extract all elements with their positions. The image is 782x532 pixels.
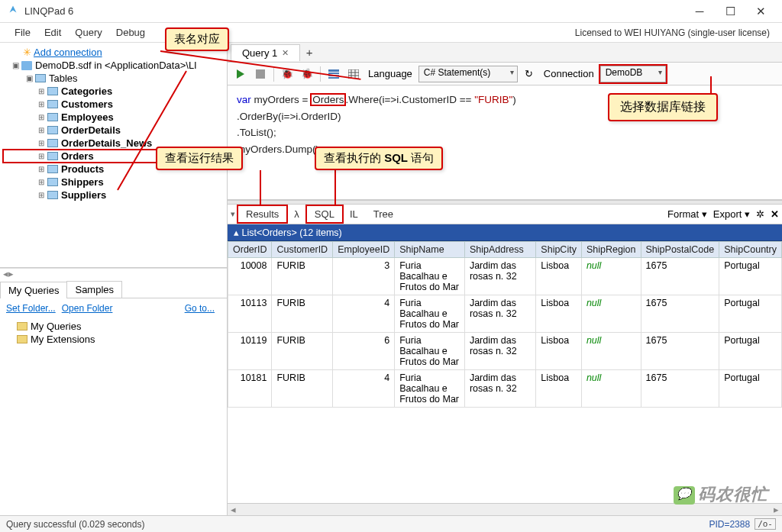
- col-shipcity[interactable]: ShipCity: [536, 242, 582, 258]
- table-row[interactable]: 10181FURIB4Furia Bacalhau e Frutos do Ma…: [228, 370, 782, 408]
- string-literal: "FURIB": [474, 94, 512, 105]
- tree-scrollbar[interactable]: ◂▸: [0, 268, 227, 279]
- debug-bug2-icon[interactable]: 🐞: [299, 66, 315, 82]
- left-pane: Add connection ▣DemoDB.sdf in <Applicati…: [0, 43, 228, 515]
- col-shipcountry[interactable]: ShipCountry: [719, 242, 782, 258]
- language-dropdown[interactable]: C# Statement(s): [418, 66, 518, 82]
- menu-edit[interactable]: Edit: [37, 25, 68, 40]
- query-folder-tree[interactable]: My Queries My Extensions: [0, 318, 227, 347]
- tab-samples[interactable]: Samples: [66, 281, 122, 298]
- add-connection-link[interactable]: Add connection: [12, 47, 102, 58]
- result-area[interactable]: List<Orders> (12 items) OrderIDCustomerI…: [228, 224, 782, 503]
- set-folder-link[interactable]: Set Folder...: [6, 303, 56, 314]
- tab-label: Query 1: [242, 47, 277, 59]
- cell-shippostalcode: 1675: [641, 333, 719, 370]
- document-tabstrip: Query 1✕ +: [228, 43, 782, 63]
- export-dropdown[interactable]: Export ▾: [713, 208, 750, 220]
- cell-orderid: 10181: [228, 370, 272, 408]
- col-employeeid[interactable]: EmployeeID: [333, 242, 395, 258]
- folder-icon: [17, 322, 27, 330]
- code-text: ): [512, 94, 516, 105]
- database-icon: [21, 61, 32, 70]
- statusbar: Query successful (0.029 seconds) PID=238…: [0, 515, 782, 532]
- toolbar: 🐞 🐞 Language C# Statement(s) ↻ Connectio…: [228, 63, 782, 85]
- col-shipregion[interactable]: ShipRegion: [581, 242, 641, 258]
- cell-shipregion: null: [581, 333, 641, 370]
- cell-shipcity: Lisboa: [536, 295, 582, 333]
- refresh-connection-icon[interactable]: ↻: [521, 66, 538, 82]
- status-optimize-toggle[interactable]: /o-: [755, 518, 776, 530]
- folder-my-queries[interactable]: My Queries: [31, 321, 81, 332]
- watermark: 码农很忙: [674, 483, 768, 506]
- table-employees[interactable]: Employees: [61, 111, 114, 123]
- table-row[interactable]: 10008FURIB3Furia Bacalhau e Frutos do Ma…: [228, 258, 782, 295]
- cell-shipaddress: Jardim das rosas n. 32: [464, 333, 535, 370]
- add-tab-button[interactable]: +: [300, 46, 318, 59]
- license-text: Licensed to WEI HUIYANG (single-user lic…: [575, 27, 774, 38]
- folder-my-extensions[interactable]: My Extensions: [31, 334, 95, 345]
- cell-shipcountry: Portugal: [719, 258, 782, 295]
- table-shippers[interactable]: Shippers: [61, 176, 104, 188]
- goto-link[interactable]: Go to...: [185, 303, 215, 314]
- cell-customerid: FURIB: [272, 370, 333, 408]
- open-folder-link[interactable]: Open Folder: [62, 303, 113, 314]
- table-icon: [47, 139, 58, 147]
- menu-file[interactable]: File: [8, 25, 37, 40]
- window-minimize-button[interactable]: ─: [684, 1, 715, 22]
- cell-shipname: Furia Bacalhau e Frutos do Mar: [395, 333, 465, 370]
- cell-customerid: FURIB: [272, 258, 333, 295]
- cell-shipregion: null: [581, 258, 641, 295]
- stop-button[interactable]: [252, 66, 269, 82]
- table-icon: [47, 126, 58, 134]
- code-text: .ToList();: [237, 127, 276, 138]
- table-categories[interactable]: Categories: [61, 85, 112, 97]
- menu-debug[interactable]: Debug: [109, 25, 152, 40]
- cell-shipcity: Lisboa: [536, 333, 582, 370]
- table-orderdetails-news[interactable]: OrderDetails_News: [61, 137, 152, 149]
- tab-caret-icon[interactable]: ▾: [231, 209, 238, 219]
- close-results-icon[interactable]: ✕: [771, 208, 779, 220]
- table-icon: [47, 113, 58, 121]
- tab-my-queries[interactable]: My Queries: [0, 282, 67, 298]
- tab-results[interactable]: Results: [238, 206, 286, 222]
- table-products[interactable]: Products: [61, 163, 104, 175]
- format-dropdown[interactable]: Format ▾: [667, 208, 707, 220]
- cell-customerid: FURIB: [272, 333, 333, 370]
- callout-view-sql: 查看执行的 SQL 语句: [315, 147, 443, 170]
- titlebar: LINQPad 6 ─ ☐ ✕: [0, 0, 782, 23]
- table-row[interactable]: 10119FURIB6Furia Bacalhau e Frutos do Ma…: [228, 333, 782, 370]
- table-suppliers[interactable]: Suppliers: [61, 189, 106, 201]
- tab-il[interactable]: IL: [342, 206, 366, 222]
- col-shippostalcode[interactable]: ShipPostalCode: [641, 242, 719, 258]
- menu-query[interactable]: Query: [68, 25, 108, 40]
- table-orders[interactable]: Orders: [61, 150, 94, 162]
- table-customers[interactable]: Customers: [61, 98, 113, 110]
- connection-label: Connection: [541, 68, 597, 79]
- cell-shippostalcode: 1675: [641, 258, 719, 295]
- cell-orderid: 10113: [228, 295, 272, 333]
- cell-employeeid: 3: [333, 258, 395, 295]
- cell-shipcity: Lisboa: [536, 258, 582, 295]
- col-shipaddress[interactable]: ShipAddress: [464, 242, 535, 258]
- cell-shipregion: null: [581, 295, 641, 333]
- col-shipname[interactable]: ShipName: [395, 242, 465, 258]
- table-row[interactable]: 10113FURIB4Furia Bacalhau e Frutos do Ma…: [228, 295, 782, 333]
- table-orderdetails[interactable]: OrderDetails: [61, 124, 121, 136]
- tab-query1[interactable]: Query 1✕: [231, 44, 300, 61]
- tab-tree[interactable]: Tree: [366, 206, 401, 222]
- window-maximize-button[interactable]: ☐: [715, 1, 745, 22]
- callout-view-results: 查看运行结果: [156, 147, 243, 170]
- expand-icon[interactable]: ✲: [756, 208, 764, 220]
- tab-sql[interactable]: SQL: [307, 206, 342, 222]
- kw-var: var: [237, 94, 251, 105]
- col-customerid[interactable]: CustomerID: [272, 242, 333, 258]
- tables-label[interactable]: Tables: [49, 73, 78, 84]
- tab-lambda[interactable]: λ: [286, 206, 307, 222]
- window-close-button[interactable]: ✕: [745, 1, 776, 22]
- run-button[interactable]: [232, 66, 249, 82]
- close-icon[interactable]: ✕: [282, 48, 289, 58]
- result-grid-header[interactable]: List<Orders> (12 items): [228, 224, 782, 241]
- col-orderid[interactable]: OrderID: [228, 242, 272, 258]
- connection-name[interactable]: DemoDB.sdf in <ApplicationData>\LI: [35, 60, 197, 71]
- connection-dropdown[interactable]: DemoDB: [600, 66, 666, 82]
